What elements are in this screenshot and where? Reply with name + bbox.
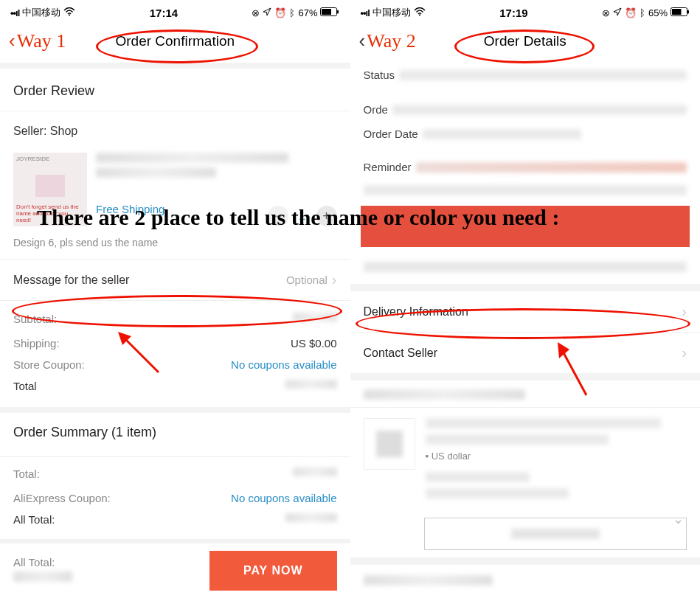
currency-label: ▪ US dollar [426,451,687,462]
status-label: Status [364,69,395,81]
red-banner [361,206,690,247]
battery-icon [670,7,690,18]
aliexpress-coupon-label: AliExpress Coupon: [13,492,111,504]
product-thumbnail [364,418,415,470]
order-meta-list: Status Orde Order Date Reminder [350,63,701,201]
shipping-value: US $0.00 [291,337,337,350]
total-label: Total [13,380,37,395]
message-for-seller-row[interactable]: Message for the seller Optional› [0,260,350,300]
battery-pct: 65% [648,7,668,18]
status-bar: 中国移动 17:19 ⊗ ⏰ ᛒ 65% [350,0,701,22]
wifi-icon [414,7,426,18]
svg-rect-3 [337,10,339,13]
product-thumbnail: JOYRESIDE Don't forget send us the name … [13,153,87,226]
alarm-icon: ⏰ [625,7,637,18]
reminder-label: Reminder [364,161,412,173]
order-id-label: Orde [364,103,388,116]
status-bar: 中国移动 17:14 ⊗ ⏰ ᛒ 67% [0,0,350,22]
chevron-right-icon: › [682,344,687,361]
bluetooth-icon: ᛒ [289,7,295,18]
product-row[interactable]: JOYRESIDE Don't forget send us the name … [0,145,350,232]
subtotal-label: Subtotal: [13,313,57,328]
carrier-label: 中国移动 [22,6,60,19]
annotation-way-2: Way 2 [367,30,416,52]
orientation-lock-icon: ⊗ [602,7,610,18]
aliexpress-coupon-value[interactable]: No coupons available [231,492,336,504]
signal-icon [10,7,19,18]
orientation-lock-icon: ⊗ [252,7,260,18]
battery-icon [320,7,339,18]
delivery-label: Delivery Information [364,305,468,319]
screenshot-way-1: 中国移动 17:14 ⊗ ⏰ ᛒ 67% ‹ Way 1 Order Confi… [0,0,350,612]
contact-seller-row[interactable]: Contact Seller › [350,333,701,373]
title-bar: ‹ Way 1 Order Confirmation [0,22,350,63]
all-total-label: All Total: [13,513,55,529]
chevron-right-icon: › [332,271,337,288]
pay-now-button[interactable]: PAY NOW [209,551,337,591]
svg-rect-2 [322,9,331,15]
screenshot-way-2: 中国移动 17:19 ⊗ ⏰ ᛒ 65% ‹ Way 2 Order Detai… [350,0,701,612]
plus-icon[interactable]: + [316,206,337,226]
order-review-heading: Order Review [0,69,350,111]
battery-pct: 67% [298,7,317,18]
carrier-label: 中国移动 [372,6,411,19]
location-icon [263,7,271,18]
quantity-value: 1 [299,209,305,223]
pay-bar: All Total: PAY NOW [0,543,350,595]
all-total-2-label: All Total: [13,556,55,568]
svg-point-0 [69,14,70,15]
alarm-icon: ⏰ [274,7,286,18]
wifi-icon [63,7,75,18]
bluetooth-icon: ᛒ [640,7,645,18]
chevron-right-icon: › [682,303,687,320]
minus-icon[interactable]: − [268,206,288,226]
svg-rect-6 [672,9,682,15]
order-date-label: Order Date [364,128,418,140]
variant-note: Design 6, pls send us the name [0,232,350,259]
svg-rect-7 [687,10,689,13]
quantity-stepper[interactable]: − 1 + [268,206,336,226]
clock: 17:19 [499,7,527,19]
seller-row: Seller: Shop [0,111,350,145]
store-coupon-value[interactable]: No coupons available [231,358,336,371]
shipping-label: Shipping: [13,337,60,350]
delivery-information-row[interactable]: Delivery Information › [350,291,701,332]
order-summary-heading: Order Summary (1 item) [0,413,350,456]
annotation-way-1: Way 1 [17,30,66,52]
signal-icon [361,7,370,18]
action-button[interactable] [424,518,687,550]
location-icon [613,7,622,18]
back-icon[interactable]: ‹ [9,29,15,52]
title-bar: ‹ Way 2 Order Details [350,22,701,63]
message-seller-label: Message for the seller [13,274,129,287]
product-row[interactable]: ▪ US dollar ⌄ [350,408,701,515]
contact-seller-label: Contact Seller [364,347,438,360]
optional-label: Optional [286,274,328,286]
store-coupon-label: Store Coupon: [13,358,85,371]
clock: 17:14 [150,7,178,19]
summary-total-label: Total: [13,467,40,483]
chevron-down-icon[interactable]: ⌄ [673,511,684,527]
back-icon[interactable]: ‹ [359,29,366,52]
svg-point-4 [419,14,420,15]
